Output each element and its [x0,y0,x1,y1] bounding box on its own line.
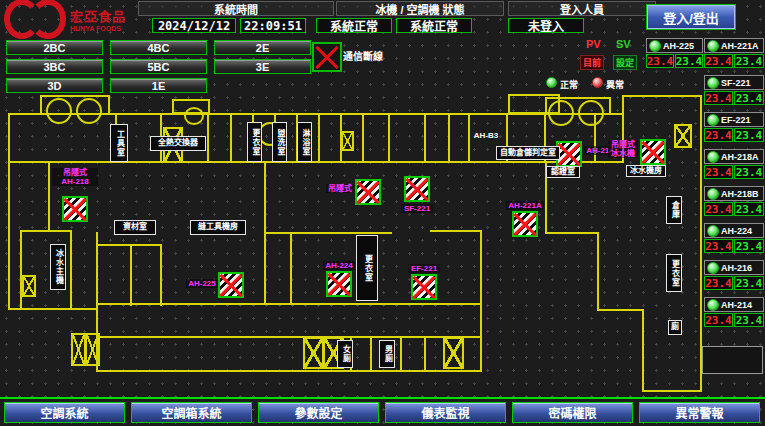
unit-pv-value: 23.4 [704,165,733,179]
floor-button-2e[interactable]: 2E [214,40,311,55]
equipment-comm-loss-icon[interactable] [62,196,88,222]
unit-row-ah-216[interactable]: AH-216 [704,260,764,275]
stairs-icon [341,131,354,151]
unit-row-ah-218b[interactable]: AH-218B [704,186,764,201]
unit-pv-value: 23.4 [704,91,733,105]
spiral-stair-icon [46,98,72,124]
unit-row-ah-218a[interactable]: AH-218A [704,149,764,164]
footer-button-2[interactable]: 空調箱系統 [131,402,252,423]
unit-status-led [707,262,719,274]
comm-loss-icon [312,42,342,72]
footer-separator [0,397,765,399]
plan-wall [370,336,372,372]
spiral-stair-icon [76,98,102,124]
unit-sv-value: 23.4 [734,128,764,142]
unit-sv-value: 23.4 [675,54,703,68]
room-label: 廁 [668,320,682,335]
unit-name: EF-221 [721,115,751,125]
logo-title: 宏亞食品 [70,6,126,25]
unit-row-ah-224[interactable]: AH-224 [704,223,764,238]
abnormal-label: 異常 [606,78,624,91]
unit-row-ef-221[interactable]: EF-221 [704,112,764,127]
unit-row-sf-221[interactable]: SF-221 [704,75,764,90]
stairs-icon [443,337,464,369]
plan-wall [8,161,624,163]
room-label: 冰水主機 [50,244,66,290]
unit-name: AH-225 [663,41,694,51]
spiral-stair-icon [548,100,574,126]
unit-row-ah-214[interactable]: AH-214 [704,297,764,312]
floor-button-5bc[interactable]: 5BC [110,59,207,74]
equipment-comm-loss-icon[interactable] [326,271,352,297]
footer-button-3[interactable]: 參數設定 [258,402,379,423]
unit-sv-value: 23.4 [734,202,764,216]
equipment-label: EF-221 [408,264,440,273]
stairs-icon [22,275,36,297]
floor-button-3bc[interactable]: 3BC [6,59,103,74]
floor-button-3e[interactable]: 3E [214,59,311,74]
plan-wall [545,232,599,234]
plan-wall [400,336,402,372]
spiral-stair-icon [578,100,604,126]
plan-wall [597,309,644,311]
floor-button-4bc[interactable]: 4BC [110,40,207,55]
unit-status-led [707,299,719,311]
plan-wall [265,232,392,234]
footer-button-4[interactable]: 儀表監視 [385,402,506,423]
room-label: 認證室 [546,166,580,178]
stairs-icon [303,337,324,369]
unit-row-ah-225[interactable]: AH-225 [646,38,703,53]
system-time-label: 系統時間 [138,1,334,16]
plan-wall [424,336,426,372]
footer-button-6[interactable]: 異常警報 [639,402,760,423]
equipment-comm-loss-icon[interactable] [218,272,244,298]
plan-wall [207,113,209,162]
unit-name: AH-218B [721,189,759,199]
unit-pv-value: 23.4 [704,313,733,327]
logo-subtitle: HUNYA FOODS [70,25,126,32]
unit-status-led [707,225,719,237]
room-label: 冰水機房 [626,165,666,177]
room-label: AH-B3 [468,130,504,142]
stairs-icon [85,333,100,366]
plan-wall [265,303,481,305]
plan-wall [424,113,426,162]
unit-name: AH-224 [721,226,752,236]
unit-row-ah-221a[interactable]: AH-221A [704,38,764,53]
floor-button-1e[interactable]: 1E [110,78,207,93]
ahu-status-value: 系統正常 [396,18,472,33]
floor-button-2bc[interactable]: 2BC [6,40,103,55]
footer-button-5[interactable]: 密碼權限 [512,402,633,423]
equipment-label: SF-221 [401,204,433,213]
plan-wall [642,309,644,392]
unit-name: SF-221 [721,78,751,88]
room-label: 更衣室 [666,254,682,292]
footer-button-1[interactable]: 空調系統 [4,402,125,423]
equipment-label: 吊隱式 AH-218 [52,168,98,186]
plan-wall [362,113,364,162]
unit-name: AH-218A [721,152,759,162]
equipment-label: AH-221A [506,201,544,210]
plan-wall [96,244,162,246]
equipment-comm-loss-icon[interactable] [355,179,381,205]
room-label: 全熱交換器 [150,136,206,151]
unit-pv-value: 23.4 [704,239,733,253]
equipment-comm-loss-icon[interactable] [512,211,538,237]
login-logout-button[interactable]: 登入/登出 [646,4,736,30]
unit-pv-value: 23.4 [704,54,733,68]
plan-wall [230,113,232,162]
room-label: 自動倉儲判定室 [496,146,560,160]
plan-wall [8,113,10,310]
room-label: 盥洗室 [272,122,287,162]
equipment-comm-loss-icon[interactable] [411,274,437,300]
plan-wall [96,303,266,305]
room-label: 男廁 [379,340,395,368]
logo-mark-icon [4,0,66,39]
equipment-comm-loss-icon[interactable] [640,139,666,165]
system-date-value: 2024/12/12 [152,18,236,33]
floor-button-3d[interactable]: 3D [6,78,103,93]
unit-sv-value: 23.4 [734,313,764,327]
room-label: 淋浴室 [297,122,312,162]
sv-label: SV [616,38,631,50]
equipment-comm-loss-icon[interactable] [404,176,430,202]
